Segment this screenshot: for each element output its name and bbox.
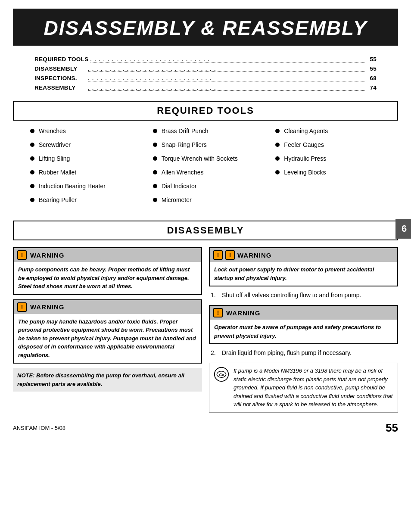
warning-title-2: WARNING	[30, 303, 65, 311]
tool-label: Wrenches	[39, 128, 66, 134]
list-item: Cleaning Agents	[275, 128, 389, 134]
required-tools-header: REQUIRED TOOLS	[13, 101, 398, 121]
list-item: Brass Drift Punch	[153, 128, 267, 134]
warning-icon-1: !	[17, 250, 27, 260]
bullet-icon	[275, 143, 280, 147]
bullet-icon	[153, 129, 157, 133]
tool-label: Screwdriver	[39, 141, 71, 148]
warning-icon-4: !	[213, 308, 223, 317]
toc-item-reassembly: REASSEMBLY . . . . . . . . . . . . . . .…	[34, 84, 377, 92]
section-number: 6	[402, 223, 407, 234]
warning-box-3: ! ! WARNING Lock out power supply to dri…	[209, 247, 398, 286]
left-column: ! WARNING Pump components can be heavy. …	[13, 247, 202, 413]
list-item: Torque Wrench with Sockets	[153, 155, 267, 162]
tool-label: Micrometer	[162, 196, 192, 203]
toc-item-required-tools: REQUIRED TOOLS . . . . . . . . . . . . .…	[34, 56, 377, 64]
warning-title-4: WARNING	[226, 309, 261, 317]
step-text-1: Shut off all valves controlling flow to …	[222, 291, 361, 300]
toc-label: INSPECTIONS.	[34, 75, 86, 81]
tool-label: Allen Wrenches	[162, 169, 204, 176]
bullet-icon	[153, 143, 157, 147]
list-item: Micrometer	[153, 196, 267, 203]
list-item: Wrenches	[30, 128, 144, 134]
warning-header-1: ! WARNING	[14, 248, 201, 262]
step-number-1: 1.	[211, 291, 218, 300]
footer-page: 55	[386, 421, 398, 435]
main-title: DISASSEMBLY & REASSEMBLY	[22, 16, 389, 40]
toc-page: 55	[366, 56, 377, 62]
tool-label: Leveling Blocks	[284, 169, 326, 176]
note-box: NOTE: Before disassembling the pump for …	[13, 368, 202, 392]
list-item: Leveling Blocks	[275, 169, 389, 176]
list-item: Snap-Ring Pliers	[153, 141, 267, 148]
bullet-icon	[30, 156, 34, 161]
tool-label: Rubber Mallet	[39, 169, 76, 176]
tools-col-1: Wrenches Screwdriver Lifting Sling Rubbe…	[26, 128, 149, 210]
bullet-icon	[275, 129, 280, 133]
bullet-icon	[153, 170, 157, 174]
list-item: Feeler Gauges	[275, 141, 389, 148]
footer-left: ANSIFAM IOM - 5/08	[13, 425, 65, 431]
bullet-icon	[275, 170, 280, 174]
bullet-icon	[153, 198, 157, 202]
tools-col-3: Cleaning Agents Feeler Gauges Hydraulic …	[271, 128, 394, 210]
toc-dots: . . . . . . . . . . . . . . . . . . . . …	[88, 85, 364, 91]
cx-icon: Cx	[214, 367, 229, 382]
tool-label: Hydraulic Press	[284, 155, 326, 162]
warning-title-3: WARNING	[237, 252, 272, 259]
warning-header-2: ! WARNING	[14, 300, 201, 314]
warning-body-1: Pump components can be heavy. Proper met…	[14, 262, 201, 294]
bullet-icon	[275, 156, 280, 161]
svg-text:Cx: Cx	[219, 373, 224, 377]
warning-icon-3b: !	[225, 250, 235, 260]
toc-page: 74	[366, 84, 377, 91]
warning-icon-2: !	[17, 302, 27, 312]
step-number-2: 2.	[211, 348, 218, 358]
disassembly-title: DISASSEMBLY	[14, 225, 397, 236]
toc-label: REQUIRED TOOLS	[34, 56, 88, 62]
footer: ANSIFAM IOM - 5/08 55	[13, 421, 398, 435]
list-item: Induction Bearing Heater	[30, 183, 144, 190]
disassembly-header: DISASSEMBLY	[13, 221, 398, 240]
warning-header-4: ! WARNING	[210, 306, 397, 320]
bullet-icon	[30, 129, 34, 133]
list-item: Bearing Puller	[30, 196, 144, 203]
tool-label: Torque Wrench with Sockets	[162, 155, 238, 162]
toc-dots: . . . . . . . . . . . . . . . . . . . . …	[90, 57, 364, 62]
tool-label: Induction Bearing Heater	[39, 183, 106, 190]
toc-label: REASSEMBLY	[34, 84, 86, 91]
list-item: Allen Wrenches	[153, 169, 267, 176]
main-title-bar: DISASSEMBLY & REASSEMBLY	[13, 9, 398, 46]
toc-page: 55	[366, 65, 377, 72]
warning-box-2: ! WARNING The pump may handle hazardous …	[13, 299, 202, 364]
list-item: Screwdriver	[30, 141, 144, 148]
tool-label: Dial Indicator	[162, 183, 197, 190]
bullet-icon	[153, 184, 157, 188]
bullet-icon	[30, 184, 34, 188]
tool-label: Lifting Sling	[39, 155, 70, 162]
tool-label: Cleaning Agents	[284, 128, 328, 134]
tool-label: Feeler Gauges	[284, 141, 324, 148]
toc-page: 68	[366, 75, 377, 81]
warning-icon-3a: !	[213, 250, 223, 260]
toc-item-inspections: INSPECTIONS. . . . . . . . . . . . . . .…	[34, 75, 377, 83]
right-column: ! ! WARNING Lock out power supply to dri…	[209, 247, 398, 413]
toc-item-disassembly: DISASSEMBLY . . . . . . . . . . . . . . …	[34, 65, 377, 73]
tool-label: Bearing Puller	[39, 196, 77, 203]
step-1: 1. Shut off all valves controlling flow …	[209, 291, 398, 300]
tool-label: Brass Drift Punch	[162, 128, 209, 134]
tool-label: Snap-Ring Pliers	[162, 141, 207, 148]
step-text-2: Drain liquid from piping, flush pump if …	[222, 348, 352, 358]
warning-box-1: ! WARNING Pump components can be heavy. …	[13, 247, 202, 295]
step-2: 2. Drain liquid from piping, flush pump …	[209, 348, 398, 358]
tools-grid: Wrenches Screwdriver Lifting Sling Rubbe…	[26, 128, 394, 210]
cx-text: If pump is a Model NM3196 or a 3198 ther…	[234, 367, 393, 409]
bullet-icon	[30, 198, 34, 202]
warning-body-3: Lock out power supply to driver motor to…	[210, 262, 397, 286]
list-item: Dial Indicator	[153, 183, 267, 190]
warning-title-1: WARNING	[30, 252, 65, 259]
tools-col-2: Brass Drift Punch Snap-Ring Pliers Torqu…	[149, 128, 271, 210]
list-item: Lifting Sling	[30, 155, 144, 162]
warning-body-2: The pump may handle hazardous and/or tox…	[14, 314, 201, 363]
warning-box-4: ! WARNING Operator must be aware of pump…	[209, 305, 398, 344]
